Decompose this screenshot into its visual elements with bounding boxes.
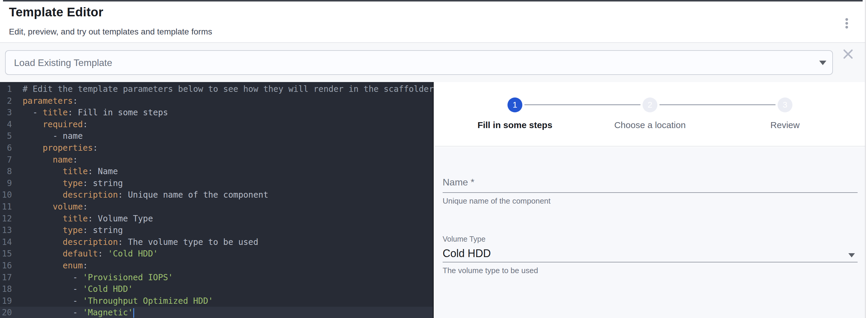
step-connector (524, 104, 641, 105)
template-picker-row: Load Existing Template (0, 44, 865, 82)
step-2-label: Choose a location (585, 120, 715, 130)
step-connector (659, 104, 775, 105)
template-editor-screen: Template Editor Edit, preview, and try o… (0, 0, 868, 318)
code-line-9[interactable]: 9 type: string (0, 177, 433, 189)
stepper: 1Fill in some steps2Choose a location3Re… (435, 82, 865, 146)
name-field-label: Name * (443, 177, 858, 188)
line-number: 18 (0, 283, 12, 295)
line-number: 16 (0, 260, 12, 272)
code-line-6[interactable]: 6 properties: (0, 142, 433, 154)
step-2-circle: 2 (643, 98, 657, 112)
line-number: 12 (0, 213, 12, 225)
page-scrollbar[interactable] (865, 0, 868, 318)
line-number: 1 (0, 83, 12, 95)
code-line-11[interactable]: 11 volume: (0, 201, 433, 213)
code-line-3[interactable]: 3 - title: Fill in some steps (0, 107, 433, 118)
name-field-underline (443, 192, 858, 193)
line-number: 15 (0, 248, 12, 260)
line-number: 10 (0, 189, 12, 201)
kebab-menu-icon[interactable] (841, 14, 853, 32)
load-template-select[interactable]: Load Existing Template (5, 50, 833, 75)
volume-field-underline (443, 262, 858, 262)
name-field[interactable]: Name * Unique name of the component (443, 177, 858, 188)
yaml-code-editor[interactable]: 1# Edit the template parameters below to… (0, 82, 434, 318)
code-line-1[interactable]: 1# Edit the template parameters below to… (0, 83, 433, 95)
step-3-circle: 3 (778, 98, 793, 112)
template-form-preview: 1Fill in some steps2Choose a location3Re… (435, 82, 865, 318)
code-line-16[interactable]: 16 enum: (0, 260, 433, 272)
line-number: 4 (0, 118, 12, 131)
code-line-10[interactable]: 10 description: Unique name of the compo… (0, 189, 433, 201)
clear-template-icon[interactable] (842, 48, 854, 60)
line-number: 5 (0, 130, 12, 142)
load-template-placeholder: Load Existing Template (14, 57, 112, 68)
step-3-label: Review (719, 120, 850, 130)
code-line-17[interactable]: 17 - 'Provisioned IOPS' (0, 272, 433, 284)
line-number: 14 (0, 236, 12, 248)
step-1-circle: 1 (507, 98, 522, 112)
line-number: 19 (0, 295, 12, 307)
code-line-13[interactable]: 13 type: string (0, 224, 433, 236)
code-line-12[interactable]: 12 title: Volume Type (0, 213, 433, 225)
code-line-7[interactable]: 7 name: (0, 154, 433, 166)
code-line-8[interactable]: 8 title: Name (0, 166, 433, 177)
header: Template Editor Edit, preview, and try o… (0, 1, 865, 43)
volume-field-label: Volume Type (443, 235, 858, 243)
code-line-14[interactable]: 14 description: The volume type to be us… (0, 236, 433, 248)
chevron-down-icon (848, 253, 855, 257)
page-subtitle: Edit, preview, and try out templates and… (9, 27, 212, 37)
code-line-20[interactable]: 20 - 'Magnetic' (0, 307, 433, 318)
volume-field-value: Cold HDD (443, 247, 491, 260)
step-1-label: Fill in some steps (450, 120, 580, 130)
line-number: 17 (0, 272, 12, 284)
line-number: 2 (0, 95, 12, 107)
line-number: 8 (0, 166, 12, 177)
form-section: Name * Unique name of the component Volu… (435, 147, 865, 318)
chevron-down-icon (819, 61, 826, 65)
code-line-15[interactable]: 15 default: 'Cold HDD' (0, 248, 433, 260)
code-line-5[interactable]: 5 - name (0, 130, 433, 142)
code-line-4[interactable]: 4 required: (0, 118, 433, 131)
line-number: 9 (0, 177, 12, 189)
text-cursor (133, 308, 134, 318)
volume-type-select[interactable]: Volume Type Cold HDD The volume type to … (443, 235, 858, 243)
name-field-helper: Unique name of the component (443, 197, 551, 206)
code-line-2[interactable]: 2parameters: (0, 95, 433, 107)
page-title: Template Editor (9, 5, 103, 19)
code-line-19[interactable]: 19 - 'Throughput Optimized HDD' (0, 295, 433, 307)
volume-field-helper: The volume type to be used (443, 266, 538, 275)
line-number: 20 (0, 307, 12, 318)
line-number: 11 (0, 201, 12, 213)
line-number: 13 (0, 224, 12, 236)
code-line-18[interactable]: 18 - 'Cold HDD' (0, 283, 433, 295)
line-number: 7 (0, 154, 12, 166)
line-number: 3 (0, 107, 12, 118)
line-number: 6 (0, 142, 12, 154)
